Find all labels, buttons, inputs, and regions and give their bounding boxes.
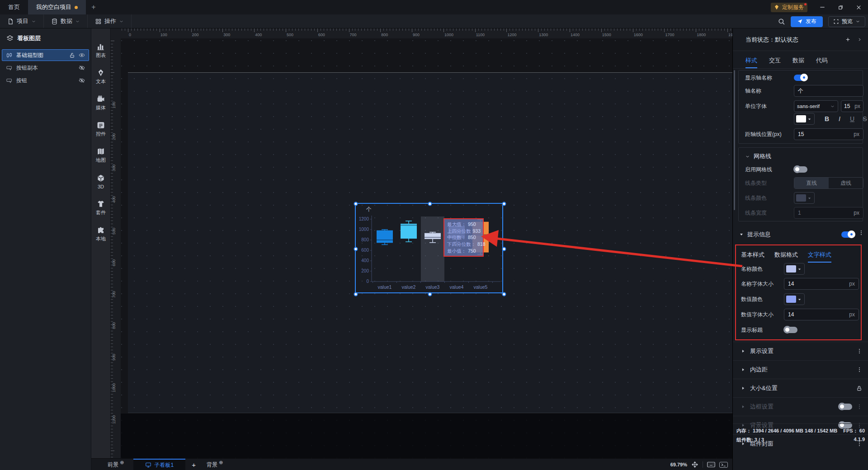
- tab-代码[interactable]: 代码: [816, 53, 828, 68]
- component-count-stat: 组件数: 3 / 3: [736, 437, 764, 443]
- layer-row-1[interactable]: 按钮副本: [2, 62, 89, 74]
- section-2[interactable]: 大小&位置: [733, 379, 868, 397]
- custom-service-badge[interactable]: 定制服务: [771, 3, 807, 12]
- eye-off-icon[interactable]: [79, 65, 85, 71]
- project-tab-1[interactable]: 我的空白项目: [28, 0, 86, 14]
- tab-数据[interactable]: 数据: [793, 53, 804, 68]
- tool-7[interactable]: 本地: [91, 221, 110, 247]
- section-1[interactable]: 内边距: [733, 360, 868, 379]
- canvas-outside-artboard: [121, 414, 732, 458]
- underline-button[interactable]: U: [848, 115, 856, 122]
- layer-row-0[interactable]: 基础箱型图: [2, 49, 89, 61]
- layer-label: 按钮: [16, 77, 27, 85]
- project-tab-0[interactable]: 首页: [0, 0, 28, 14]
- new-tab-button[interactable]: +: [86, 0, 101, 14]
- zoom-level[interactable]: 69.79%: [670, 462, 687, 467]
- close-button[interactable]: [851, 1, 866, 14]
- line-type-segmented[interactable]: 直线 虚线: [794, 177, 863, 189]
- tool-0[interactable]: 图表: [91, 38, 110, 64]
- tool-5[interactable]: 3D: [91, 169, 110, 195]
- current-state-label: 当前状态：默认状态: [745, 36, 798, 44]
- add-background-icon[interactable]: ⊕: [219, 460, 223, 465]
- foreground-label[interactable]: 前景 ⊕: [91, 461, 127, 469]
- eye-icon[interactable]: [79, 52, 85, 58]
- file-icon: [7, 18, 14, 25]
- selection-handle[interactable]: [502, 247, 506, 251]
- ruler-label: 700: [350, 33, 357, 37]
- format-buttons: B I U S: [823, 115, 868, 122]
- show-title-toggle[interactable]: [784, 327, 797, 333]
- selection-handle[interactable]: [502, 292, 506, 296]
- tooltip-value: 950: [468, 221, 476, 227]
- tool-1[interactable]: 文本: [91, 64, 110, 90]
- tool-4[interactable]: 地图: [91, 142, 110, 169]
- menu-item-0[interactable]: 项目: [0, 14, 44, 28]
- tab-样式[interactable]: 样式: [745, 53, 757, 68]
- subboard-tab[interactable]: 子看板1: [133, 459, 186, 470]
- italic-button[interactable]: I: [835, 115, 844, 122]
- tooltip-toggle[interactable]: [841, 231, 855, 238]
- background-label[interactable]: 背景 ⊕: [202, 461, 226, 469]
- layer-row-2[interactable]: 按钮: [2, 75, 89, 86]
- canvas-viewport[interactable]: 020040060080010001200个value1value2value3…: [121, 38, 732, 458]
- kebab-menu-icon[interactable]: [857, 348, 862, 354]
- preview-button[interactable]: 预览: [828, 16, 865, 27]
- add-foreground-icon[interactable]: ⊕: [120, 460, 124, 465]
- subtab-1[interactable]: 数据格式: [774, 251, 798, 263]
- tooltip-section-header[interactable]: 提示信息: [739, 230, 771, 239]
- name-color-picker[interactable]: [784, 263, 805, 275]
- lock-icon[interactable]: [856, 385, 862, 391]
- tool-3[interactable]: 控件: [91, 116, 110, 142]
- selection-handle[interactable]: [354, 292, 358, 296]
- add-state-icon[interactable]: [845, 37, 851, 42]
- add-subboard-button[interactable]: +: [185, 461, 202, 469]
- fit-to-screen-icon[interactable]: [691, 461, 698, 468]
- section-toggle[interactable]: [839, 404, 852, 410]
- show-axis-name-toggle[interactable]: [794, 75, 807, 81]
- panel-scrollbar[interactable]: [734, 70, 735, 210]
- section-3[interactable]: 边框设置: [733, 397, 868, 416]
- tool-6[interactable]: 套件: [91, 195, 110, 221]
- unit-font-select[interactable]: sans-serif: [794, 100, 838, 112]
- bold-button[interactable]: B: [823, 115, 831, 122]
- line-color-picker[interactable]: [794, 192, 815, 204]
- axis-offset-input[interactable]: 15 px: [794, 128, 863, 140]
- gridline-header[interactable]: 网格线: [745, 152, 771, 160]
- caret-down-icon: [797, 267, 802, 271]
- search-icon[interactable]: [778, 18, 785, 25]
- unit-font-size-input[interactable]: 15 px: [841, 100, 863, 112]
- kebab-menu-icon[interactable]: [857, 404, 862, 410]
- section-0[interactable]: 展示设置: [733, 342, 868, 360]
- menu-item-2[interactable]: 操作: [88, 14, 132, 28]
- value-size-input[interactable]: 14 px: [784, 309, 859, 320]
- name-size-input[interactable]: 14 px: [784, 278, 859, 290]
- selection-handle[interactable]: [354, 247, 358, 251]
- keyboard-shortcuts-icon[interactable]: [707, 461, 715, 468]
- minimize-button[interactable]: [815, 1, 830, 14]
- subtab-2[interactable]: 文字样式: [808, 251, 831, 263]
- tooltip-value: 818: [477, 241, 486, 247]
- maximize-button[interactable]: [833, 1, 848, 14]
- enable-gridline-toggle[interactable]: [794, 166, 807, 173]
- selection-handle[interactable]: [428, 292, 432, 296]
- menu-item-1[interactable]: 数据: [44, 14, 88, 28]
- font-color-picker[interactable]: [794, 113, 815, 125]
- line-width-input[interactable]: 1 px: [794, 207, 863, 219]
- kebab-menu-icon[interactable]: [859, 230, 864, 236]
- ruler-label: 0: [129, 33, 131, 37]
- selection-handle[interactable]: [502, 202, 506, 206]
- publish-button[interactable]: 发布: [791, 16, 823, 27]
- tool-2[interactable]: 媒体: [91, 90, 110, 116]
- line-type-row: 线条类型 直线 虚线: [745, 177, 859, 189]
- axis-name-input[interactable]: 个: [794, 85, 863, 97]
- selection-handle[interactable]: [354, 202, 358, 206]
- strikethrough-button[interactable]: S: [861, 115, 868, 122]
- console-icon[interactable]: [719, 462, 728, 468]
- kebab-menu-icon[interactable]: [857, 367, 862, 373]
- tab-交互[interactable]: 交互: [769, 53, 781, 68]
- value-color-picker[interactable]: [784, 293, 805, 305]
- selection-handle[interactable]: [428, 202, 432, 206]
- eye-off-icon[interactable]: [79, 77, 85, 84]
- subtab-0[interactable]: 基本样式: [741, 251, 764, 263]
- chevron-right-icon[interactable]: [857, 37, 862, 42]
